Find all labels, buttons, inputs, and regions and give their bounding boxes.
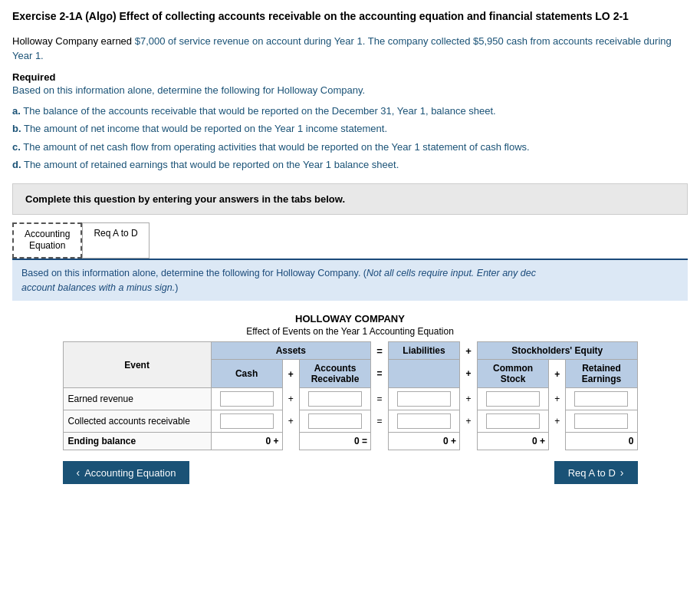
ending-balance-ar-cell: 0 = [300, 433, 371, 450]
earned-revenue-common-cell[interactable] [478, 388, 549, 410]
earned-revenue-ar-input[interactable] [308, 391, 362, 407]
earned-revenue-plus1: + [282, 388, 299, 410]
ending-cash-value: 0 [266, 436, 271, 446]
table-row-earned-revenue: Earned revenue + = + + [63, 388, 637, 410]
next-arrow-icon: › [620, 466, 624, 479]
earned-revenue-plus2: + [460, 388, 478, 410]
earned-revenue-liab-cell[interactable] [389, 388, 460, 410]
tab-req-a-to-d[interactable]: Req A to D [82, 222, 149, 259]
next-button-label: Req A to D [568, 467, 616, 479]
company-title: HOLLOWAY COMPANY [63, 308, 638, 326]
ending-balance-retained-cell: 0 [566, 433, 637, 450]
list-item-c: c. The amount of net cash flow from oper… [12, 140, 688, 155]
list-items: a. The balance of the accounts receivabl… [12, 104, 688, 173]
table-wrapper: HOLLOWAY COMPANY Effect of Events on the… [63, 308, 638, 450]
list-item-a: a. The balance of the accounts receivabl… [12, 104, 688, 119]
instruction-close: ) [175, 282, 178, 293]
event-header: Event [63, 342, 211, 388]
plus-ar-subheader: + [282, 360, 299, 388]
table-subtitle: Effect of Events on the Year 1 Accountin… [63, 326, 638, 341]
collected-ar-liab-cell[interactable] [389, 410, 460, 433]
earned-revenue-equals: = [370, 388, 388, 410]
collected-ar-liab-input[interactable] [397, 413, 451, 429]
ending-balance-label: Ending balance [63, 433, 211, 450]
ending-balance-common-cell: 0 + [478, 433, 549, 450]
prev-button[interactable]: ‹ Accounting Equation [63, 461, 190, 484]
required-label: Required [12, 71, 688, 83]
ending-liab-plus: + [451, 436, 456, 446]
plus-operator-1: + [460, 342, 478, 360]
required-text: Based on this information alone, determi… [12, 84, 688, 96]
collected-ar-cash-input[interactable] [220, 413, 274, 429]
cash-subheader: Cash [211, 360, 282, 388]
ending-ar-value: 0 [354, 436, 360, 446]
collected-ar-ar-cell[interactable] [300, 410, 371, 433]
ending-cash-plus: + [274, 436, 279, 446]
retained-earnings-subheader: RetainedEarnings [566, 360, 637, 388]
footer-nav: ‹ Accounting Equation Req A to D › [63, 461, 638, 484]
collected-ar-common-cell[interactable] [478, 410, 549, 433]
collected-ar-plus2: + [460, 410, 478, 433]
list-item-b-text: The amount of net income that would be r… [24, 123, 387, 134]
earned-revenue-plus3: + [549, 388, 566, 410]
ending-common-value: 0 [532, 436, 537, 446]
ending-balance-cash-cell: 0 + [211, 433, 282, 450]
collected-ar-plus3: + [549, 410, 566, 433]
collected-ar-cash-cell[interactable] [211, 410, 282, 433]
earned-revenue-ar-cell[interactable] [300, 388, 371, 410]
equals-operator-1: = [370, 342, 388, 360]
instruction-text: Based on this information alone, determi… [21, 268, 366, 278]
ending-common-plus: + [540, 436, 545, 446]
earned-revenue-label: Earned revenue [63, 388, 211, 410]
equity-header: Stockholders' Equity [478, 342, 637, 360]
collected-ar-ar-input[interactable] [308, 413, 362, 429]
intro-text-1: Holloway Company earned [12, 35, 135, 47]
instruction-box: Based on this information alone, determi… [12, 259, 688, 301]
assets-header: Assets [211, 342, 370, 360]
list-item-a-text: The balance of the accounts receivable t… [23, 105, 495, 117]
common-stock-subheader: CommonStock [478, 360, 549, 388]
earned-revenue-cash-cell[interactable] [211, 388, 282, 410]
ending-balance-liab-cell: 0 + [389, 433, 460, 450]
collected-ar-plus1: + [282, 410, 299, 433]
table-row-collected-ar: Collected accounts receivable + = + + [63, 410, 637, 433]
list-item-d-text: The amount of retained earnings that wou… [24, 159, 399, 170]
equals-subheader: = [370, 360, 388, 388]
earned-revenue-cash-input[interactable] [220, 391, 274, 407]
ending-ar-equals: = [362, 436, 367, 446]
prev-arrow-icon: ‹ [77, 466, 81, 479]
table-row-ending-balance: Ending balance 0 + 0 = 0 + 0 [63, 433, 637, 450]
tabs-container: AccountingEquation Req A to D [12, 222, 688, 259]
ending-liab-value: 0 [443, 436, 449, 446]
accounting-equation-table: Event Assets = Liabilities + Stockholder… [63, 341, 638, 450]
earned-revenue-retained-cell[interactable] [566, 388, 637, 410]
collected-ar-retained-cell[interactable] [566, 410, 637, 433]
plus-retained-subheader: + [549, 360, 566, 388]
collected-ar-retained-input[interactable] [574, 413, 628, 429]
collected-ar-equals: = [370, 410, 388, 433]
prev-button-label: Accounting Equation [84, 467, 176, 479]
collected-ar-common-input[interactable] [486, 413, 540, 429]
earned-revenue-liab-input[interactable] [397, 391, 451, 407]
list-item-b: b. The amount of net income that would b… [12, 121, 688, 137]
liab-subheader [389, 360, 460, 388]
intro-paragraph: Holloway Company earned $7,000 of servic… [12, 34, 688, 64]
next-button[interactable]: Req A to D › [554, 461, 638, 484]
tab-accounting-equation[interactable]: AccountingEquation [12, 222, 82, 259]
earned-revenue-retained-input[interactable] [574, 391, 628, 407]
list-item-c-text: The amount of net cash flow from operati… [23, 141, 530, 153]
page-title: Exercise 2-1A (Algo) Effect of collectin… [12, 9, 688, 25]
ar-subheader: AccountsReceivable [300, 360, 371, 388]
list-item-d: d. The amount of retained earnings that … [12, 157, 688, 173]
question-box: Complete this question by entering your … [12, 183, 688, 215]
plus-equity-subheader: + [460, 360, 478, 388]
earned-revenue-common-input[interactable] [486, 391, 540, 407]
ending-retained-value: 0 [629, 436, 634, 446]
collected-ar-label: Collected accounts receivable [63, 410, 211, 433]
liabilities-header: Liabilities [389, 342, 460, 360]
